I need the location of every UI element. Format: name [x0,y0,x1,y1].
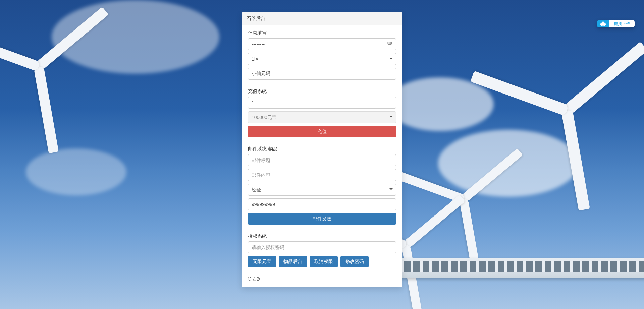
character-name-input[interactable] [248,68,396,80]
mail-item-qty-input[interactable] [248,198,396,210]
unlimited-gold-button[interactable]: 无限元宝 [248,256,276,267]
auth-password-input[interactable] [248,241,396,253]
auth-button-row: 无限元宝 物品后台 取消权限 修改密码 [248,256,396,267]
drag-upload-label: 拖拽上传 [609,20,635,27]
section-label-recharge: 充值系统 [248,88,396,95]
section-label-auth: 授权系统 [248,233,396,239]
recharge-package-select[interactable]: 100000元宝 [248,111,396,123]
zone-select[interactable]: 1区 [248,53,396,65]
panel-title: 石器后台 [242,12,402,25]
mail-item-type-select[interactable]: 经验 [248,184,396,196]
keyboard-icon [387,41,393,46]
account-password-input[interactable] [248,38,396,50]
mail-title-input[interactable] [248,154,396,166]
section-label-mail: 邮件系统-物品 [248,146,396,152]
change-password-button[interactable]: 修改密码 [340,256,369,267]
svg-rect-4 [391,42,392,43]
svg-rect-3 [390,42,391,43]
svg-rect-6 [389,43,390,44]
item-backend-button[interactable]: 物品后台 [279,256,307,267]
svg-rect-9 [388,44,391,45]
svg-rect-2 [389,42,390,43]
panel-footer: © 石器 [242,272,402,287]
section-label-info: 信息填写 [248,30,396,36]
drag-upload-widget[interactable]: 拖拽上传 [597,20,635,27]
svg-point-12 [601,22,604,25]
mail-content-input[interactable] [248,169,396,181]
svg-rect-8 [391,43,392,44]
svg-rect-5 [388,43,389,44]
recharge-amount-input[interactable] [248,97,396,109]
recharge-submit-button[interactable]: 充值 [248,126,396,137]
mail-send-button[interactable]: 邮件发送 [248,213,396,225]
cloud-upload-icon [597,20,609,27]
svg-rect-1 [388,42,389,43]
revoke-auth-button[interactable]: 取消权限 [310,256,338,267]
svg-rect-7 [390,43,391,44]
panel-body: 信息填写 1区 充值系统 100000元宝 充值 邮件系统-物品 [242,25,402,272]
admin-panel: 石器后台 信息填写 1区 充值系统 100000元宝 充值 [241,12,402,287]
